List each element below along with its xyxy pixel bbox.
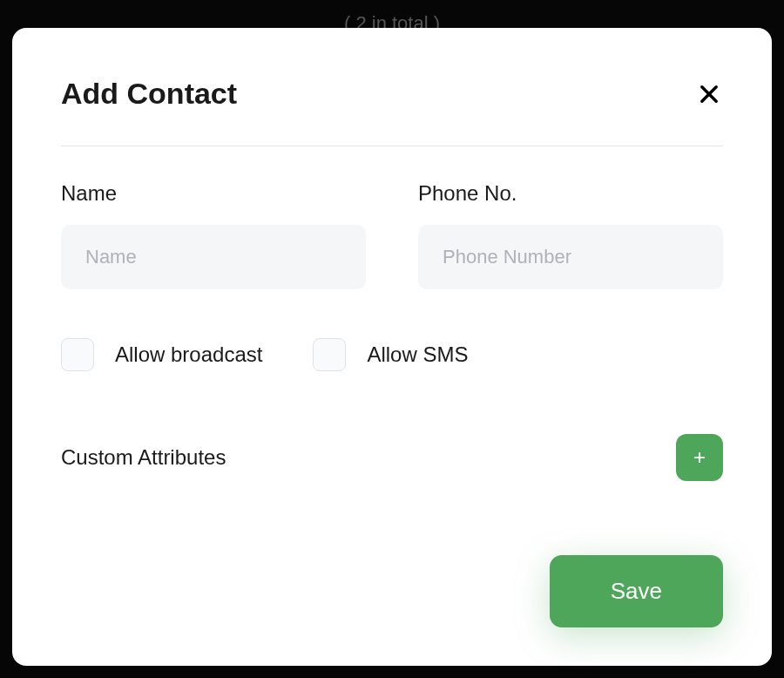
custom-attributes-label: Custom Attributes bbox=[61, 445, 226, 470]
modal-footer: Save bbox=[550, 555, 723, 627]
plus-icon: + bbox=[693, 445, 706, 470]
allow-sms-checkbox[interactable] bbox=[313, 338, 346, 371]
close-button[interactable] bbox=[695, 80, 723, 108]
phone-input[interactable] bbox=[418, 225, 723, 289]
allow-broadcast-item: Allow broadcast bbox=[61, 338, 262, 371]
modal-title: Add Contact bbox=[61, 77, 237, 111]
name-input[interactable] bbox=[61, 225, 366, 289]
checkbox-row: Allow broadcast Allow SMS bbox=[61, 338, 723, 371]
phone-field-group: Phone No. bbox=[418, 181, 723, 289]
allow-sms-item: Allow SMS bbox=[313, 338, 468, 371]
custom-attributes-row: Custom Attributes + bbox=[61, 434, 723, 481]
phone-label: Phone No. bbox=[418, 181, 723, 206]
modal-header: Add Contact bbox=[61, 77, 723, 146]
name-label: Name bbox=[61, 181, 366, 206]
field-row: Name Phone No. bbox=[61, 181, 723, 289]
allow-broadcast-checkbox[interactable] bbox=[61, 338, 94, 371]
allow-sms-label: Allow SMS bbox=[367, 342, 468, 367]
allow-broadcast-label: Allow broadcast bbox=[115, 342, 262, 367]
save-button[interactable]: Save bbox=[550, 555, 723, 627]
name-field-group: Name bbox=[61, 181, 366, 289]
form-body: Name Phone No. Allow broadcast Allow SMS… bbox=[61, 146, 723, 481]
add-attribute-button[interactable]: + bbox=[676, 434, 723, 481]
close-icon bbox=[697, 82, 721, 106]
add-contact-modal: Add Contact Name Phone No. Allow broadca… bbox=[12, 28, 772, 666]
